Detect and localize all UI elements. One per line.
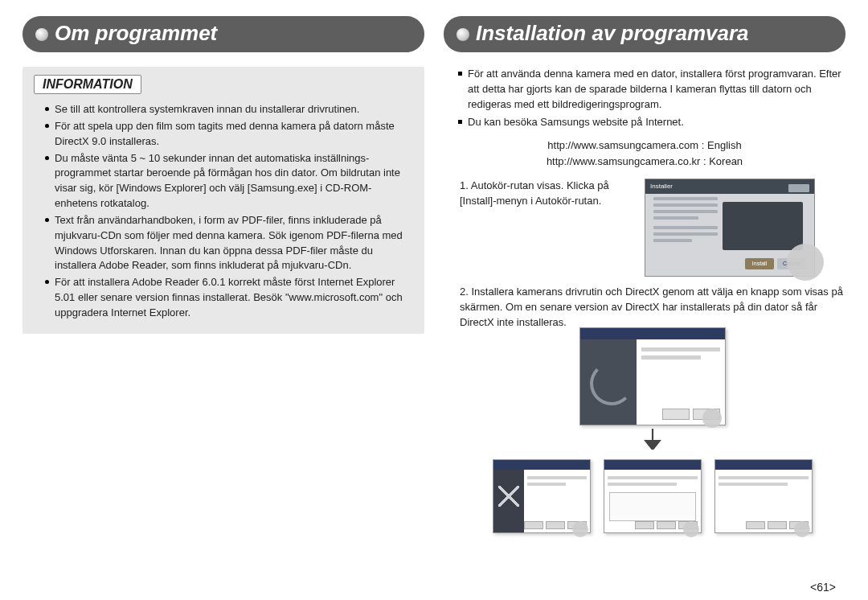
directx-screenshots-row: [460, 459, 845, 533]
cursor-highlight-icon: [794, 521, 810, 537]
directx-screenshot: [493, 459, 591, 533]
installer-text-block: [653, 197, 718, 253]
directx-logo-icon: [498, 486, 519, 507]
right-column: Installation av programvara För att anvä…: [444, 16, 845, 600]
cursor-highlight-icon: [702, 409, 722, 428]
cursor-highlight-icon: [787, 244, 824, 281]
install-steps: 1. Autokör-rutan visas. Klicka på [Insta…: [444, 179, 845, 532]
installer-install-button: Install: [745, 258, 774, 269]
info-item: För att spela upp den film som tagits me…: [45, 119, 413, 150]
page-number: <61>: [810, 581, 836, 594]
left-title: Om programmet: [55, 21, 410, 46]
step-2-text: 2. Installera kamerans drivrutin och Dir…: [460, 285, 845, 331]
info-item: För att installera Adobe Reader 6.0.1 ko…: [45, 275, 413, 321]
link-korean: http://www.samsungcamera.co.kr : Korean: [444, 154, 845, 170]
information-box: INFORMATION Se till att kontrollera syst…: [23, 67, 424, 334]
manual-page: Om programmet INFORMATION Se till att ko…: [0, 0, 868, 600]
installer-header: Installer: [650, 182, 673, 191]
left-column: Om programmet INFORMATION Se till att ko…: [23, 16, 424, 600]
install-arrow-icon: [590, 362, 633, 405]
link-english: http://www.samsungcamera.com : English: [444, 138, 845, 154]
section-title-pill: Om programmet: [23, 16, 424, 52]
installer-titlebar: [580, 328, 725, 339]
intro-list: För att använda denna kamera med en dato…: [444, 67, 845, 129]
website-links: http://www.samsungcamera.com : English h…: [444, 138, 845, 169]
step-1: 1. Autokör-rutan visas. Klicka på [Insta…: [460, 179, 845, 277]
camera-product-image: [723, 202, 803, 250]
info-item: Se till att kontrollera systemkraven inn…: [45, 102, 413, 117]
step-1-text: 1. Autokör-rutan visas. Klicka på [Insta…: [460, 179, 637, 209]
information-list: Se till att kontrollera systemkraven inn…: [34, 102, 413, 321]
right-title: Installation av programvara: [476, 21, 831, 46]
pill-dot-icon: [457, 28, 469, 41]
directx-screenshot: [604, 459, 702, 533]
intro-item: Du kan besöka Samsungs website på Intern…: [458, 115, 845, 130]
installer-screenshot: Installer Install Cancel: [645, 179, 815, 277]
pill-dot-icon: [35, 28, 48, 41]
cursor-highlight-icon: [683, 521, 699, 537]
installer-side-panel: [580, 339, 637, 425]
info-item: Text från användarhandboken, i form av P…: [45, 213, 413, 273]
samsung-logo-icon: [788, 184, 809, 192]
step-2: 2. Installera kamerans drivrutin och Dir…: [460, 285, 845, 532]
wizard-screenshot-top: [579, 327, 726, 425]
section-title-pill: Installation av programvara: [444, 16, 845, 52]
cursor-highlight-icon: [572, 521, 588, 537]
arrow-down-icon: [460, 429, 845, 454]
intro-item: För att använda denna kamera med en dato…: [458, 67, 845, 113]
information-label: INFORMATION: [34, 75, 141, 94]
info-item: Du måste vänta 5 ~ 10 sekunder innan det…: [45, 151, 413, 212]
directx-screenshot: [714, 459, 813, 533]
